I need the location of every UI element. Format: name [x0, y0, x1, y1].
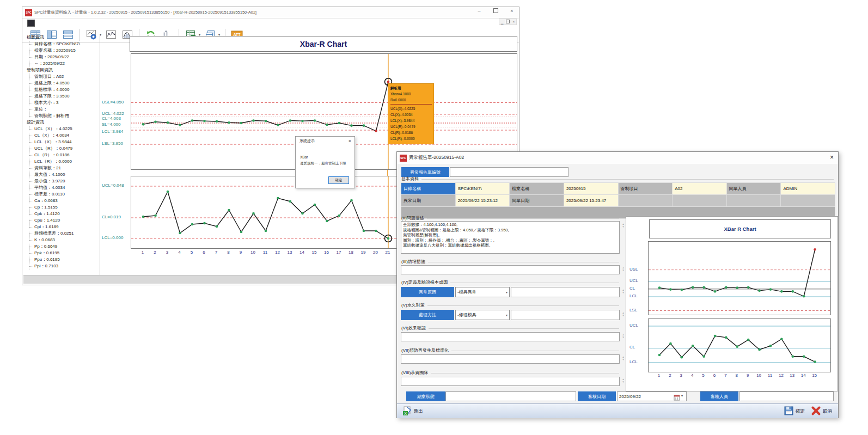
report-close-icon[interactable]: ×	[830, 154, 834, 161]
tree-item[interactable]: 日期：2025/09/22	[29, 54, 100, 60]
data-point[interactable]	[314, 204, 316, 206]
data-point[interactable]	[240, 122, 243, 125]
export-button[interactable]: X 匯出	[402, 406, 423, 417]
data-point[interactable]	[338, 215, 341, 217]
tree-item[interactable]: UCL（X）：4.0225	[29, 126, 100, 132]
tree-item[interactable]: Ppu：0.6195	[29, 256, 100, 263]
data-point[interactable]	[289, 200, 292, 203]
data-point[interactable]	[375, 230, 377, 232]
data-point[interactable]	[314, 119, 316, 122]
tree-item[interactable]: Cpl：1.6189	[29, 224, 100, 230]
data-point[interactable]	[265, 120, 267, 122]
data-point[interactable]	[179, 124, 181, 127]
msgbox-ok-button[interactable]: 確定	[328, 176, 349, 184]
tree-item[interactable]: K：0.0683	[29, 237, 100, 243]
tree-item[interactable]: 平均值：4.0034	[29, 185, 100, 191]
cause-scroll-icons[interactable]: ▴▾	[621, 289, 625, 294]
tree-item[interactable]: 群體標準差：0.0251	[29, 230, 100, 237]
prevent-scroll-icons[interactable]: ▴▾	[621, 266, 625, 272]
data-point[interactable]	[375, 130, 377, 132]
tree-item[interactable]: Pp：0.6649	[29, 243, 100, 250]
data-point[interactable]	[277, 197, 279, 200]
data-point[interactable]	[142, 216, 145, 218]
tree-item[interactable]: CL（R）：0.0186	[29, 152, 100, 158]
data-point[interactable]	[203, 222, 206, 225]
tree-item[interactable]: 管制項目：A02	[29, 73, 100, 80]
tree-item[interactable]: 規格下限：3.9500	[29, 93, 100, 100]
data-point[interactable]	[228, 121, 230, 124]
data-point[interactable]	[216, 120, 218, 123]
tree-item[interactable]: LCL（R）：0.0000	[29, 158, 100, 165]
data-point[interactable]	[252, 212, 255, 215]
effect-scroll-icons[interactable]: ▴▾	[621, 333, 625, 339]
msgbox-close-icon[interactable]: ×	[349, 138, 351, 144]
tree-item[interactable]: 樣本大小：3	[29, 100, 100, 106]
maximize-icon[interactable]	[492, 8, 499, 14]
close-icon[interactable]: ×	[508, 8, 516, 14]
data-point[interactable]	[154, 120, 157, 123]
data-point[interactable]	[191, 223, 194, 226]
recurrence-input[interactable]	[401, 354, 620, 364]
child-close-icon[interactable]: ×	[512, 20, 515, 23]
tree-item[interactable]: LCL（X）：3.9844	[29, 139, 100, 145]
child-restore-icon[interactable]	[506, 20, 510, 24]
data-point[interactable]	[363, 230, 365, 232]
data-point[interactable]	[228, 209, 230, 212]
tree-item[interactable]: Ppk：0.6195	[29, 250, 100, 256]
tree-section-header[interactable]: 統計資訊	[27, 119, 100, 126]
tree-item[interactable]: 單位：	[29, 106, 100, 113]
confirm-button[interactable]: 確定	[784, 406, 805, 417]
method-detail-input[interactable]	[511, 310, 620, 320]
tree-item[interactable]: Cpk：1.4120	[29, 211, 100, 217]
tree-item[interactable]: 管制狀態：解析用	[29, 113, 100, 119]
data-point[interactable]	[240, 231, 243, 234]
tree-item[interactable]: Ca：0.0683	[29, 198, 100, 204]
scatter-chart-icon[interactable]	[105, 28, 118, 41]
data-point[interactable]	[277, 124, 279, 127]
data-point[interactable]	[301, 212, 304, 215]
problem-textarea[interactable]: 全部數據：4.100,4.100,4.100, 規格範圍&管制範圍：規格上限：4…	[401, 221, 620, 254]
cause-button[interactable]: 異常原因	[401, 287, 454, 297]
child-minimize-icon[interactable]: ▁	[501, 20, 504, 24]
data-point[interactable]	[387, 81, 390, 83]
data-point[interactable]	[167, 191, 169, 193]
method-button[interactable]: 處理方法	[401, 310, 454, 320]
tree-item[interactable]: 規格標準：4.0000	[29, 87, 100, 93]
tree-item[interactable]: 最小值：3.9720	[29, 178, 100, 185]
data-point[interactable]	[301, 120, 304, 122]
cancel-button[interactable]: 取消	[811, 406, 832, 417]
data-point[interactable]	[191, 119, 194, 122]
tree-item[interactable]: Ppl：0.7103	[29, 263, 100, 269]
cause-detail-input[interactable]	[511, 287, 620, 297]
data-point[interactable]	[350, 124, 353, 127]
tree-item[interactable]: 檔案名稱：20250915	[29, 47, 100, 54]
effect-input[interactable]	[401, 332, 620, 341]
data-point[interactable]	[142, 123, 145, 126]
tree-item[interactable]: Cpu：1.4120	[29, 217, 100, 224]
prevent-input[interactable]	[401, 265, 620, 274]
data-point[interactable]	[326, 220, 328, 223]
tree-item[interactable]: 標準差：0.0110	[29, 191, 100, 198]
tree-section-header[interactable]: 管制項目資訊	[27, 67, 100, 73]
data-point[interactable]	[363, 124, 365, 127]
congrats-input[interactable]	[401, 377, 620, 386]
tree-section-header[interactable]: 檔案資訊	[27, 34, 100, 41]
data-point[interactable]	[387, 237, 390, 240]
data-point[interactable]	[265, 230, 267, 232]
data-point[interactable]	[203, 120, 206, 122]
date-dropdown-icon[interactable]: ▾	[681, 394, 683, 397]
method-select[interactable]: -修理模具▾	[455, 310, 510, 320]
method-scroll-icons[interactable]: ▴▾	[621, 311, 625, 317]
tree-item[interactable]: ～：2025/09/22	[29, 60, 100, 67]
tree-item[interactable]: 最大值：4.1000	[29, 171, 100, 178]
reviewer-input[interactable]	[739, 391, 834, 401]
close-status-input[interactable]	[445, 391, 576, 401]
tree-item[interactable]: 目錄名稱：SPC\KEN\7\	[29, 41, 100, 47]
data-point[interactable]	[338, 122, 341, 125]
minimize-icon[interactable]: –	[475, 8, 483, 14]
data-point[interactable]	[350, 199, 353, 202]
data-point[interactable]	[167, 121, 169, 124]
data-point[interactable]	[252, 119, 255, 122]
calendar-icon[interactable]	[674, 393, 680, 403]
data-point[interactable]	[216, 225, 218, 228]
